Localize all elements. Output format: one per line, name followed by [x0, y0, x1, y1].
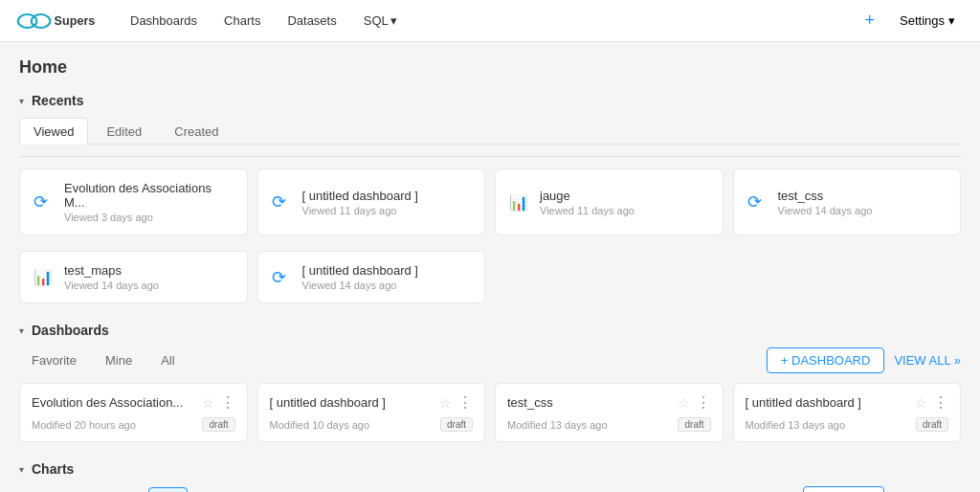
- recent-card-time: Viewed 14 days ago: [64, 280, 159, 291]
- recent-card-name: [ untitled dashboard ]: [302, 263, 418, 278]
- draft-badge: draft: [916, 417, 948, 432]
- recent-card-name: test_maps: [64, 263, 159, 278]
- svg-text:Superset: Superset: [55, 14, 96, 28]
- recents-section: ▾ Recents Viewed Edited Created ⟳ Evolut…: [19, 93, 961, 303]
- dashboard-card[interactable]: [ untitled dashboard ] ☆ ⋮ Modified 10 d…: [257, 383, 486, 442]
- recents-tabs: Viewed Edited Created: [19, 118, 961, 145]
- chart-icon: 📊: [509, 193, 530, 212]
- star-icon[interactable]: ☆: [678, 395, 690, 411]
- tab-created[interactable]: Created: [160, 118, 233, 145]
- more-icon[interactable]: ⋮: [457, 393, 473, 412]
- recent-card[interactable]: ⟳ [ untitled dashboard ] Viewed 11 days …: [257, 168, 486, 235]
- recent-card-time: Viewed 3 days ago: [64, 212, 234, 223]
- dashboards-filter-tabs: Favorite Mine All: [19, 348, 188, 372]
- nav-dashboards[interactable]: Dashboards: [119, 8, 209, 34]
- dashboards-chevron: ▾: [19, 325, 24, 336]
- filter-all[interactable]: All: [148, 348, 187, 372]
- recents-chevron: ▾: [19, 96, 24, 106]
- star-icon[interactable]: ☆: [439, 395, 452, 411]
- recents-header[interactable]: ▾ Recents: [19, 93, 961, 108]
- recent-card-time: Viewed 11 days ago: [302, 205, 418, 216]
- recent-card-time: Viewed 14 days ago: [302, 280, 418, 291]
- settings-button[interactable]: Settings ▾: [890, 8, 965, 34]
- recent-card[interactable]: ⟳ [ untitled dashboard ] Viewed 14 days …: [257, 251, 486, 303]
- nav-datasets[interactable]: Datasets: [276, 8, 347, 34]
- star-icon[interactable]: ☆: [202, 395, 214, 411]
- svg-point-1: [32, 14, 51, 28]
- superset-logo-icon: Superset: [15, 8, 96, 34]
- recent-cards-row2: 📊 test_maps Viewed 14 days ago ⟳ [ untit…: [19, 251, 961, 303]
- view-all-dashboards-button[interactable]: VIEW ALL »: [894, 353, 961, 368]
- filter-favorite[interactable]: Favorite: [19, 348, 89, 372]
- dashboard-icon: ⟳: [747, 191, 768, 212]
- nav-sql[interactable]: SQL ▾: [352, 8, 409, 34]
- nav-links: Dashboards Charts Datasets SQL ▾: [119, 8, 858, 34]
- dashboard-card-time: Modified 13 days ago: [507, 419, 608, 431]
- recent-card-name: Evolution des Associations M...: [64, 181, 234, 210]
- dashboards-header[interactable]: ▾ Dashboards: [19, 323, 961, 338]
- recents-title: Recents: [32, 93, 83, 108]
- dashboard-icon: ⟳: [272, 267, 293, 288]
- tab-viewed[interactable]: Viewed: [19, 118, 88, 145]
- recent-card-name: [ untitled dashboard ]: [302, 189, 418, 203]
- dashboard-icon: ⟳: [33, 191, 55, 212]
- dashboard-card-name: Evolution des Association...: [32, 395, 202, 410]
- add-dashboard-button[interactable]: + DASHBOARD: [767, 347, 885, 373]
- charts-title: Charts: [32, 461, 74, 477]
- charts-filter-favorite[interactable]: Favorite: [19, 487, 89, 492]
- filter-mine[interactable]: Mine: [93, 348, 145, 372]
- charts-filter-mine[interactable]: Mine: [93, 487, 145, 492]
- add-chart-button[interactable]: + CHART: [803, 486, 885, 492]
- dashboards-section: ▾ Dashboards Favorite Mine All + DASHBOA…: [19, 323, 961, 442]
- brand-logo[interactable]: Superset: [15, 8, 96, 34]
- dashboard-card-time: Modified 10 days ago: [270, 419, 370, 431]
- recent-card-name: jauge: [540, 189, 635, 203]
- nav-charts[interactable]: Charts: [212, 8, 272, 34]
- charts-filter-all[interactable]: All: [148, 487, 187, 492]
- recent-card[interactable]: 📊 jauge Viewed 11 days ago: [495, 168, 724, 235]
- dashboard-card-time: Modified 20 hours ago: [32, 419, 136, 431]
- chevron-down-icon: ▾: [390, 13, 397, 28]
- dashboards-title: Dashboards: [32, 323, 109, 338]
- recent-card[interactable]: 📊 test_maps Viewed 14 days ago: [19, 251, 248, 303]
- draft-badge: draft: [678, 417, 710, 432]
- dashboards-toolbar: Favorite Mine All + DASHBOARD VIEW ALL »: [19, 347, 961, 373]
- charts-section: ▾ Charts Favorite Mine All + CHART VIEW …: [19, 461, 961, 492]
- chart-icon: 📊: [33, 268, 55, 286]
- chevron-down-icon: ▾: [948, 13, 955, 28]
- charts-filter-tabs: Favorite Mine All: [19, 487, 188, 492]
- charts-toolbar: Favorite Mine All + CHART VIEW ALL »: [19, 486, 961, 492]
- plus-icon: +: [865, 11, 876, 31]
- dashboard-card[interactable]: Evolution des Association... ☆ ⋮ Modifie…: [19, 383, 248, 442]
- main-content: Home ▾ Recents Viewed Edited Created ⟳ E…: [0, 42, 980, 492]
- dashboard-card-name: [ untitled dashboard ]: [746, 395, 916, 410]
- dashboard-card[interactable]: [ untitled dashboard ] ☆ ⋮ Modified 13 d…: [733, 383, 962, 442]
- recent-cards-row1: ⟳ Evolution des Associations M... Viewed…: [19, 168, 961, 235]
- charts-toolbar-right: + CHART VIEW ALL »: [803, 486, 961, 492]
- charts-chevron: ▾: [19, 464, 24, 475]
- draft-badge: draft: [202, 417, 234, 432]
- charts-header[interactable]: ▾ Charts: [19, 461, 961, 477]
- dashboard-card[interactable]: test_css ☆ ⋮ Modified 13 days ago draft: [495, 383, 724, 442]
- dashboard-icon: ⟳: [272, 191, 293, 212]
- page-title: Home: [19, 57, 961, 78]
- add-button[interactable]: +: [858, 7, 883, 34]
- recent-card[interactable]: ⟳ test_css Viewed 14 days ago: [733, 168, 962, 235]
- draft-badge: draft: [440, 417, 473, 432]
- more-icon[interactable]: ⋮: [696, 393, 711, 412]
- tab-edited[interactable]: Edited: [92, 118, 156, 145]
- more-icon[interactable]: ⋮: [220, 393, 235, 412]
- dashboards-toolbar-right: + DASHBOARD VIEW ALL »: [767, 347, 961, 373]
- dashboard-card-name: [ untitled dashboard ]: [270, 395, 440, 410]
- recents-divider: [19, 156, 961, 157]
- star-icon[interactable]: ☆: [915, 395, 927, 411]
- dashboard-card-name: test_css: [507, 395, 678, 410]
- more-icon[interactable]: ⋮: [933, 393, 948, 412]
- nav-right: + Settings ▾: [858, 7, 966, 34]
- recent-card-time: Viewed 14 days ago: [778, 205, 873, 216]
- recent-card[interactable]: ⟳ Evolution des Associations M... Viewed…: [19, 168, 248, 235]
- dashboard-cards: Evolution des Association... ☆ ⋮ Modifie…: [19, 383, 961, 442]
- recent-card-name: test_css: [778, 189, 873, 203]
- dashboard-card-time: Modified 13 days ago: [746, 419, 846, 431]
- recent-card-time: Viewed 11 days ago: [540, 205, 635, 216]
